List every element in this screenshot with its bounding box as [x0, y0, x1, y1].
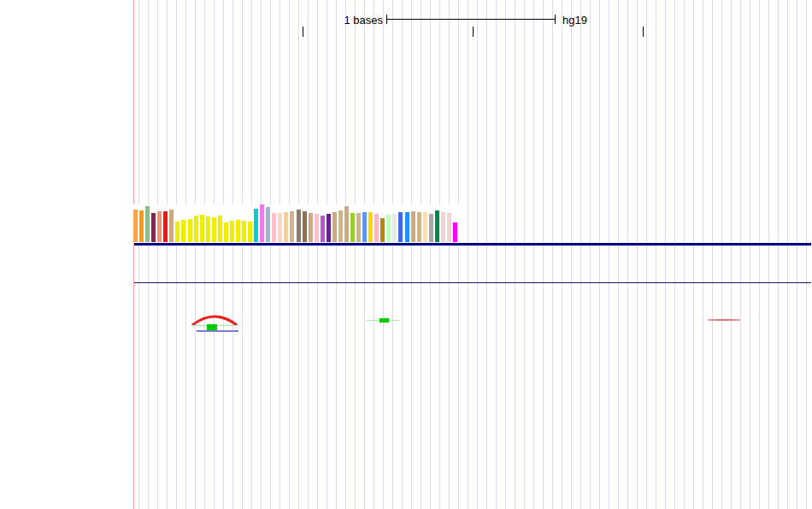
gtex-expression-bar	[447, 213, 451, 242]
conservation-element-1[interactable]	[197, 330, 238, 332]
ruler-coordinate-tick	[303, 27, 303, 37]
gtex-expression-bar	[309, 213, 313, 242]
gtex-expression-bar	[327, 214, 331, 242]
gtex-expression-bar	[248, 222, 252, 242]
gtex-expression-bar	[435, 210, 439, 242]
scale-bar	[386, 19, 556, 20]
gtex-expression-bar	[411, 211, 415, 242]
gtex-expression-bar	[175, 222, 179, 242]
gtex-expression-bar	[236, 220, 240, 242]
gtex-expression-bar	[218, 216, 222, 242]
gtex-expression-bar	[429, 214, 433, 242]
assembly-label: hg19	[562, 14, 587, 27]
gtex-expression-bar	[423, 212, 427, 242]
ruler-coordinate-tick	[643, 27, 644, 37]
gtex-expression-bar	[453, 222, 457, 242]
gtex-expression-bar	[188, 219, 192, 242]
gtex-expression-bar	[278, 213, 282, 242]
conservation-element-2[interactable]	[380, 318, 389, 323]
gtex-expression-bar	[417, 212, 421, 242]
gtex-expression-bar	[212, 217, 216, 242]
scale-bar-right-tick	[555, 15, 556, 24]
scale-value: 1 bases	[344, 14, 383, 27]
gtex-expression-bar	[200, 215, 204, 242]
gtex-expression-bar	[297, 210, 301, 242]
gtex-expression-bar	[350, 213, 355, 242]
gtex-expression-bar	[332, 212, 337, 242]
gtex-expression-bar	[441, 212, 445, 242]
ruler-coordinate-tick	[473, 27, 474, 37]
track-separator-line	[134, 282, 811, 283]
conservation-element-1[interactable]	[207, 324, 217, 330]
gtex-expression-bar	[344, 206, 349, 242]
gtex-expression-bar	[145, 206, 150, 242]
gtex-expression-bar	[398, 212, 403, 242]
gtex-expression-bar	[386, 215, 391, 242]
gtex-expression-bar	[194, 216, 198, 242]
gtex-expression-bar	[254, 209, 258, 242]
gtex-expression-bar	[224, 222, 228, 242]
gtex-expression-bar	[230, 221, 234, 242]
gtex-expression-bar	[338, 210, 343, 242]
gtex-expression-bar	[242, 221, 246, 242]
gtex-expression-bar	[206, 216, 210, 242]
gtex-expression-bar	[272, 213, 276, 242]
gtex-expression-bar	[368, 212, 373, 242]
gtex-expression-bar	[321, 216, 325, 242]
gtex-expression-bar	[169, 210, 174, 242]
gtex-expression-bar	[163, 211, 168, 242]
gtex-expression-bar	[266, 207, 270, 242]
gtex-expression-bar	[362, 212, 367, 242]
gtex-expression-bar	[284, 212, 288, 242]
conservation-element-3[interactable]	[708, 319, 740, 321]
gtex-expression-bar	[260, 204, 264, 242]
gtex-expression-bar	[151, 213, 156, 242]
gtex-expression-bar	[374, 214, 379, 242]
gtex-expression-bar	[157, 211, 162, 242]
gtex-expression-bar	[356, 213, 361, 242]
window-left-edge-marker	[133, 0, 134, 509]
gtex-expression-bar	[303, 211, 307, 242]
ucsc-genome-browser-image: 1 bases hg19	[0, 0, 812, 509]
gtex-expression-bar	[315, 214, 319, 242]
gtex-expression-bar	[290, 211, 294, 242]
gtex-expression-bar	[392, 214, 397, 242]
track-gridlines	[138, 0, 812, 509]
gtex-expression-bar	[139, 210, 144, 242]
gtex-expression-bar	[133, 210, 138, 242]
gtex-expression-bar	[181, 220, 185, 242]
gtex-expression-bar	[405, 212, 409, 242]
maip1-gene-line[interactable]	[134, 243, 811, 246]
gtex-expression-bar	[380, 218, 385, 242]
scale-bar-left-tick	[386, 15, 387, 24]
